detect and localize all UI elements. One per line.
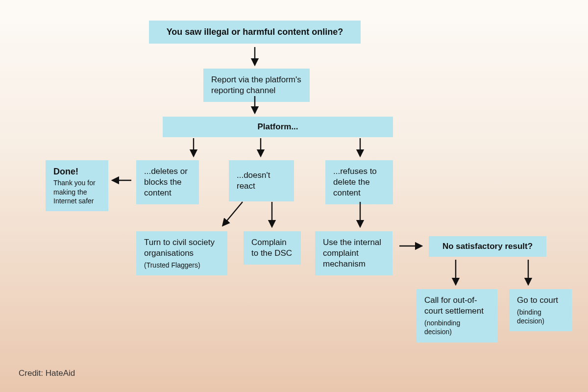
node-outcourt: Call for out-of-court settlement (nonbin… [416,289,497,343]
node-noreact-text: ...doesn't react [237,171,270,191]
credit-text: Credit: HateAid [19,368,75,378]
node-gocourt: Go to court (binding decision) [509,289,572,331]
node-civil-sub: (Trusted Flaggers) [144,261,220,270]
node-nosat-text: No satisfactory result? [442,242,533,251]
node-internal-text: Use the internal complaint mechanism [323,238,381,269]
node-start: You saw illegal or harmful content onlin… [149,21,361,44]
node-refuses: ...refuses to delete the content [325,160,393,204]
node-report-text: Report via the platform's reporting chan… [211,75,301,95]
node-done-sub: Thank you for making the Internet safer [53,178,100,205]
node-civil: Turn to civil society organisations (Tru… [136,231,227,275]
node-gocourt-sub: (binding decision) [517,308,564,325]
node-civil-text: Turn to civil society organisations [144,237,220,259]
node-deletes-text: ...deletes or blocks the content [144,167,188,197]
node-deletes: ...deletes or blocks the content [136,160,199,204]
node-start-text: You saw illegal or harmful content onlin… [167,27,343,37]
node-nosat: No satisfactory result? [429,236,546,257]
node-refuses-text: ...refuses to delete the content [333,167,377,197]
node-noreact: ...doesn't react [229,160,294,201]
node-gocourt-text: Go to court [517,295,564,306]
node-dsc-text: Complain to the DSC [251,238,292,258]
node-outcourt-sub: (nonbinding decision) [424,318,490,336]
node-report: Report via the platform's reporting chan… [203,69,310,102]
svg-line-6 [223,202,243,225]
node-outcourt-text: Call for out-of-court settlement [424,295,490,317]
node-platform: Platform... [163,117,393,137]
node-done-bold: Done! [53,166,100,177]
node-platform-text: Platform... [257,122,298,131]
node-done: Done! Thank you for making the Internet … [46,160,108,211]
node-internal: Use the internal complaint mechanism [315,231,392,275]
node-dsc: Complain to the DSC [244,231,301,265]
